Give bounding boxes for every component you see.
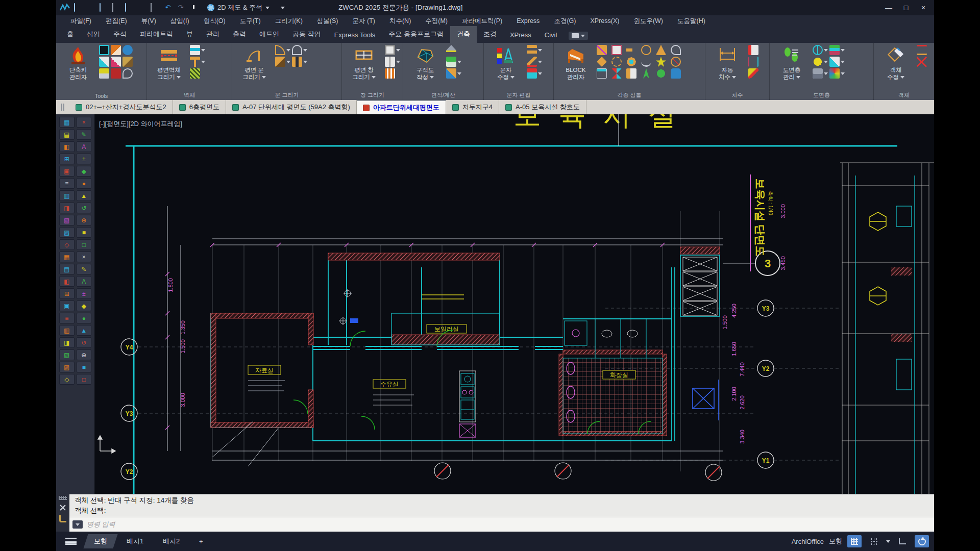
- menu-item[interactable]: 치수(N): [382, 16, 418, 27]
- layout-tab[interactable]: +: [189, 535, 213, 548]
- hamburger-menu-icon[interactable]: [65, 538, 77, 545]
- toolbar-icon[interactable]: ±: [77, 288, 92, 299]
- scissors-symbol-icon[interactable]: [597, 45, 607, 55]
- area-pick-icon[interactable]: [446, 68, 456, 79]
- door-double-icon[interactable]: [292, 45, 302, 55]
- document-tab[interactable]: A-05 보육시설 창호도: [499, 100, 586, 114]
- triangle-symbol-icon[interactable]: [656, 45, 666, 55]
- toolbar-icon[interactable]: ▣: [59, 166, 75, 177]
- ribbon-tab[interactable]: Civil: [538, 28, 564, 43]
- menu-item[interactable]: 문자 (T): [346, 16, 382, 27]
- toolbar-icon[interactable]: ▦: [59, 117, 75, 128]
- plan-wall-draw-button[interactable]: 평면벽체 그리기: [150, 45, 188, 90]
- toolbar-icon[interactable]: ≡: [59, 178, 75, 189]
- level-symbol-icon[interactable]: [597, 68, 607, 79]
- dim-style-icon[interactable]: [748, 45, 758, 55]
- menu-item[interactable]: 뷰(V): [134, 16, 163, 27]
- preview-icon[interactable]: [151, 4, 160, 12]
- layout-tab[interactable]: 배치1: [116, 534, 154, 548]
- toolbar-icon[interactable]: ⊞: [59, 288, 75, 299]
- toolbar-icon[interactable]: ◇: [59, 239, 75, 250]
- toolbar-icon[interactable]: ±: [77, 154, 92, 164]
- ribbon-tab[interactable]: XPress: [503, 28, 538, 43]
- customize-wrench-icon[interactable]: [59, 515, 66, 522]
- globe-icon[interactable]: [813, 45, 823, 55]
- ribbon-tab[interactable]: 공동 작업: [286, 26, 328, 43]
- layout-tab[interactable]: 배치2: [153, 534, 190, 548]
- new-file-icon[interactable]: [74, 4, 83, 12]
- compass-symbol-icon[interactable]: [671, 57, 681, 67]
- menu-item[interactable]: 형식(O): [197, 16, 233, 27]
- toolbar-icon[interactable]: ▨: [59, 227, 75, 238]
- toolbar-icon[interactable]: A: [77, 141, 92, 152]
- measure-zoom-icon[interactable]: [122, 68, 133, 79]
- north-symbol-icon[interactable]: [641, 68, 651, 79]
- curve-symbol-icon[interactable]: [641, 57, 651, 67]
- command-prompt-icon[interactable]: [72, 520, 83, 529]
- minimize-button[interactable]: —: [881, 4, 896, 12]
- toolbar-icon[interactable]: ◧: [59, 141, 75, 152]
- toolbar-icon[interactable]: ●: [77, 313, 92, 323]
- door-threshold-icon[interactable]: [292, 57, 302, 67]
- save-icon[interactable]: [100, 4, 109, 12]
- dock-grip-icon[interactable]: [59, 496, 67, 500]
- ribbon-tab[interactable]: 주석: [107, 26, 133, 43]
- toolbar-icon[interactable]: ▥: [59, 325, 75, 336]
- plus-minus-icon[interactable]: [99, 68, 109, 79]
- ribbon-tab[interactable]: 관리: [200, 26, 226, 43]
- menu-item[interactable]: 파일(F): [63, 16, 99, 27]
- arrow-symbol-icon[interactable]: [626, 45, 636, 55]
- hotkey-manager-button[interactable]: 단축키 관리자: [59, 45, 97, 90]
- plan-window-draw-button[interactable]: 평면 창 그리기: [345, 45, 383, 90]
- toolbar-icon[interactable]: ▲: [77, 190, 92, 201]
- menu-item[interactable]: 조경(G): [547, 16, 583, 27]
- ribbon-tab[interactable]: 파라메트릭: [133, 26, 180, 43]
- toolbar-icon[interactable]: ⊕: [77, 215, 92, 226]
- layer-stack-icon[interactable]: [829, 45, 840, 55]
- save-as-icon[interactable]: [112, 4, 121, 12]
- maximize-button[interactable]: □: [898, 4, 914, 12]
- document-tab[interactable]: 저두지구4: [446, 100, 499, 114]
- ribbon-tab[interactable]: 건축: [450, 26, 477, 43]
- valve-symbol-icon[interactable]: [611, 68, 622, 79]
- info-icon[interactable]: [122, 45, 133, 55]
- layout-tab[interactable]: 모형: [83, 534, 117, 548]
- text-style-icon[interactable]: [111, 57, 121, 67]
- toolbar-icon[interactable]: ✎: [77, 264, 92, 274]
- toolbar-icon[interactable]: □: [77, 374, 92, 385]
- lasso-symbol-icon[interactable]: [671, 45, 681, 55]
- wall-type-icon[interactable]: [190, 45, 200, 55]
- document-tab[interactable]: 6층평면도: [173, 100, 226, 114]
- layer-color-icon[interactable]: [829, 68, 840, 79]
- brush-icon[interactable]: [122, 57, 133, 67]
- menu-item[interactable]: 그리기(K): [268, 16, 310, 27]
- menu-item[interactable]: 삽입(I): [163, 16, 197, 27]
- ribbon-tab[interactable]: 주요 응용프로그램: [382, 26, 450, 43]
- menu-item[interactable]: 수정(M): [418, 16, 455, 27]
- calculator-icon[interactable]: [446, 57, 456, 67]
- area-diagram-button[interactable]: 구적도 작성: [406, 45, 444, 90]
- menu-item[interactable]: Express: [509, 16, 547, 26]
- object-edit-button[interactable]: 객체 수정: [877, 45, 915, 90]
- toolbar-icon[interactable]: A: [77, 276, 92, 287]
- undo-icon[interactable]: ↶: [163, 4, 173, 12]
- toolbar-icon[interactable]: ■: [77, 227, 92, 238]
- toolbar-icon[interactable]: ⊞: [59, 154, 75, 164]
- orbit-button[interactable]: [915, 535, 929, 547]
- window-grid-icon[interactable]: [385, 68, 395, 79]
- toolbar-options-icon[interactable]: [281, 7, 285, 9]
- rotate-symbol-icon[interactable]: [611, 57, 622, 67]
- roof-icon[interactable]: [446, 45, 456, 55]
- toolbar-icon[interactable]: ◆: [77, 300, 92, 311]
- toolbar-icon[interactable]: ◇: [59, 374, 75, 385]
- text-width-icon[interactable]: [527, 57, 537, 67]
- toolbar-icon[interactable]: ↺: [77, 337, 92, 348]
- ribbon-tab[interactable]: 애드인: [253, 26, 286, 43]
- menu-item[interactable]: 도구(T): [233, 16, 268, 27]
- cl-symbol-icon[interactable]: [641, 45, 651, 55]
- toolbar-icon[interactable]: ▧: [59, 349, 75, 360]
- toolbar-icon[interactable]: ✎: [77, 129, 92, 140]
- plan-door-draw-button[interactable]: 평면 문 그리기: [235, 45, 273, 90]
- ortho-toggle-button[interactable]: [895, 535, 910, 547]
- toolbar-icon[interactable]: ▤: [59, 264, 75, 274]
